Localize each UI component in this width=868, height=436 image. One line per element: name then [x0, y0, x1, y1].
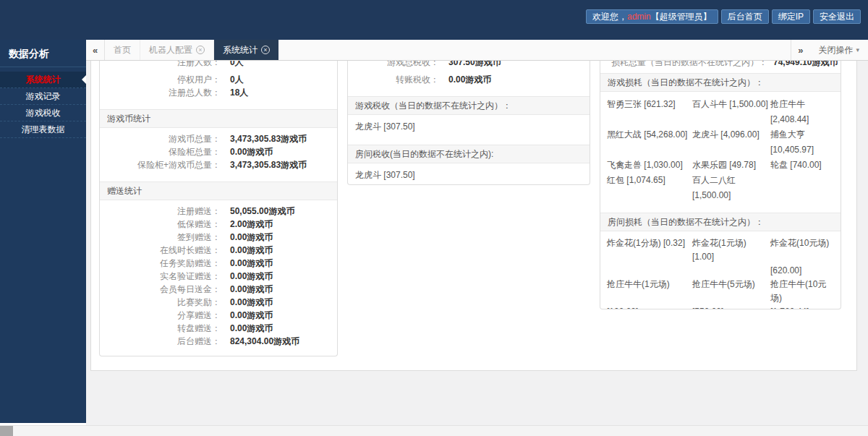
tab-label: 首页 — [114, 44, 131, 56]
loss-cell: 抢庄牛牛(10元场) — [770, 278, 834, 305]
section-header-gift-stats: 赠送统计 — [100, 181, 337, 200]
stat-row: 转盘赠送： 0.00游戏币 — [100, 322, 337, 335]
sidebar-item-game-records[interactable]: 游戏记录 — [0, 88, 86, 105]
tab-system-stats[interactable]: 系统统计 × — [214, 40, 278, 60]
stat-value: 0.00游戏币 — [230, 145, 273, 158]
loss-cell: [100.00] — [607, 305, 692, 309]
stat-label: 实名验证赠送： — [100, 270, 221, 283]
stat-row: 分享赠送： 0.00游戏币 — [100, 309, 337, 322]
backend-home-link[interactable]: 后台首页 — [721, 9, 769, 24]
stat-row-clipped: 损耗总量（当日的数据不在统计之内）： 74,949.10游戏币 — [600, 61, 841, 69]
stat-row: 实名验证赠送： 0.00游戏币 — [100, 270, 337, 283]
user-role: 【超级管理员】 — [651, 12, 712, 22]
loss-cell: 轮盘 [740.00] — [770, 158, 834, 173]
stat-label: 保险柜+游戏币总量： — [100, 158, 221, 171]
stat-label: 游戏币总量： — [100, 132, 221, 145]
stat-row: 后台赠送： 824,304.00游戏币 — [100, 335, 337, 348]
loss-cell: 飞禽走兽 [1,030.00] — [607, 158, 692, 173]
stat-row-clipped: 游戏总税收： 307.50游戏币 — [348, 61, 590, 69]
stat-row: 注册总人数： 18人 — [100, 86, 337, 99]
loss-cell — [770, 173, 834, 203]
loss-line: 智勇三张 [621.32] 百人斗牛 [1,500.00] 抢庄牛牛 [2,40… — [600, 97, 841, 127]
stat-label: 低保赠送： — [100, 218, 221, 231]
section-header-room-tax: 房间税收(当日的数据不在统计之内): — [348, 145, 590, 163]
loss-cell: 炸金花(10元场) — [770, 236, 834, 264]
stat-value: 307.50游戏币 — [448, 61, 501, 69]
stat-value: 50,055.00游戏币 — [230, 205, 294, 218]
loss-line: [620.00] — [600, 264, 841, 278]
loss-line: 飞禽走兽 [1,030.00] 水果乐园 [49.78] 轮盘 [740.00] — [600, 158, 841, 173]
stat-label: 损耗总量（当日的数据不在统计之内）： — [600, 61, 767, 69]
safe-logout-link[interactable]: 安全退出 — [813, 9, 861, 24]
panel-tax-stats: 游戏总税收： 307.50游戏币 转账税收： 0.00游戏币 游戏税收（当日的数… — [347, 61, 590, 185]
loss-line: 抢庄牛牛(1元场) 抢庄牛牛(5元场) 抢庄牛牛(10元场) — [600, 278, 841, 305]
loss-cell: 红包 [1,074.65] — [607, 173, 692, 203]
stat-label: 注册人数： — [100, 61, 221, 69]
gift-stat-rows: 注册赠送： 50,055.00游戏币 低保赠送： 2.00游戏币 签到赠送： 0… — [100, 200, 337, 352]
stat-label: 任务奖励赠送： — [100, 257, 221, 270]
stat-value: 18人 — [230, 86, 248, 99]
tab-home[interactable]: 首页 — [105, 40, 140, 60]
stat-row: 会员每日送金： 0.00游戏币 — [100, 283, 337, 296]
stat-row: 保险柜+游戏币总量： 3,473,305.83游戏币 — [100, 158, 337, 171]
horizontal-scrollbar[interactable] — [0, 425, 868, 436]
stat-label: 注册总人数： — [100, 86, 221, 99]
stat-label: 会员每日送金： — [100, 283, 221, 296]
stat-row: 游戏币总量： 3,473,305.83游戏币 — [100, 132, 337, 145]
stat-value: 0.00游戏币 — [230, 270, 273, 283]
stat-row: 转账税收： 0.00游戏币 — [348, 73, 590, 86]
loss-cell: 抢庄牛牛(1元场) — [607, 278, 692, 305]
stat-value: 0.00游戏币 — [448, 73, 491, 86]
panel-loss-stats: 损耗总量（当日的数据不在统计之内）： 74,949.10游戏币 游戏损耗（当日的… — [600, 61, 841, 309]
stat-value: 0.00游戏币 — [230, 231, 273, 244]
stat-value: 0人 — [230, 61, 244, 69]
room-tax-items: 龙虎斗 [307.50] — [348, 163, 590, 185]
stat-label: 在线时长赠送： — [100, 244, 221, 257]
stat-row-clipped: 注册人数： 0人 — [100, 61, 337, 69]
close-icon[interactable]: × — [196, 46, 205, 54]
user-stat-rows: 停权用户： 0人 注册总人数： 18人 — [100, 69, 337, 103]
chevron-down-icon: ▾ — [856, 46, 859, 54]
loss-line: 黑红大战 [54,268.00] 龙虎斗 [4,096.00] 捕鱼大亨 [10… — [600, 127, 841, 158]
bind-ip-link[interactable]: 绑定IP — [772, 9, 810, 24]
tab-scroll-left-icon[interactable]: « — [86, 40, 105, 60]
game-tax-item: 龙虎斗 [307.50] — [348, 115, 590, 139]
tab-bar: « 首页 机器人配置 × 系统统计 × » 关闭操作 ▾ — [86, 40, 868, 61]
loss-cell: 百人斗牛 [1,500.00] — [692, 97, 770, 127]
stat-value: 0.00游戏币 — [230, 309, 273, 322]
sidebar-item-clean-table[interactable]: 清理表数据 — [0, 121, 86, 138]
section-header-coin-stats: 游戏币统计 — [100, 109, 337, 128]
loss-cell: 黑红大战 [54,268.00] — [607, 127, 692, 158]
close-icon[interactable]: × — [261, 46, 270, 54]
welcome-message: 欢迎您，admin【超级管理员】 — [586, 9, 718, 24]
tab-robot-config[interactable]: 机器人配置 × — [140, 40, 214, 60]
sidebar-item-system-stats[interactable]: 系统统计 — [0, 72, 86, 88]
stat-value: 0.00游戏币 — [230, 283, 273, 296]
loss-cell: 水果乐园 [49.78] — [692, 158, 770, 173]
stat-value: 824,304.00游戏币 — [230, 335, 299, 348]
sidebar-item-game-tax[interactable]: 游戏税收 — [0, 105, 86, 121]
stat-row: 比赛奖励： 0.00游戏币 — [100, 296, 337, 309]
sidebar: 数据分析 系统统计 游戏记录 游戏税收 清理表数据 — [0, 40, 86, 423]
close-operations-dropdown[interactable]: 关闭操作 ▾ — [809, 40, 868, 60]
tab-label: 机器人配置 — [149, 44, 192, 56]
sidebar-title: 数据分析 — [0, 40, 86, 67]
loss-cell: 抢庄牛牛 [2,408.44] — [770, 97, 834, 127]
loss-cell: 百人二八红 [1,500.00] — [692, 173, 770, 203]
scrollbar-thumb[interactable] — [0, 426, 13, 436]
tab-label: 系统统计 — [223, 44, 258, 56]
stat-row: 在线时长赠送： 0.00游戏币 — [100, 244, 337, 257]
panel-user-coin-stats: 注册人数： 0人 停权用户： 0人 注册总人数： 18人 游戏币统计 游戏币总量… — [99, 61, 338, 356]
tab-scroll-right-icon[interactable]: » — [791, 40, 809, 60]
stat-row: 任务奖励赠送： 0.00游戏币 — [100, 257, 337, 270]
loss-cell: 智勇三张 [621.32] — [607, 97, 692, 127]
stat-label: 游戏总税收： — [348, 61, 439, 69]
room-loss-grid: 炸金花(1分场) [0.32] 炸金花(1元场) [1.00] 炸金花(10元场… — [600, 231, 841, 309]
stat-value: 0.00游戏币 — [230, 322, 273, 335]
stat-value: 3,473,305.83游戏币 — [230, 132, 307, 145]
section-header-room-loss: 房间损耗（当日的数据不在统计之内）： — [600, 213, 841, 231]
section-header-game-tax: 游戏税收（当日的数据不在统计之内）： — [348, 96, 590, 115]
stat-label: 停权用户： — [100, 73, 221, 86]
stat-value: 0人 — [230, 73, 244, 86]
loss-line: 炸金花(1分场) [0.32] 炸金花(1元场) [1.00] 炸金花(10元场… — [600, 236, 841, 264]
